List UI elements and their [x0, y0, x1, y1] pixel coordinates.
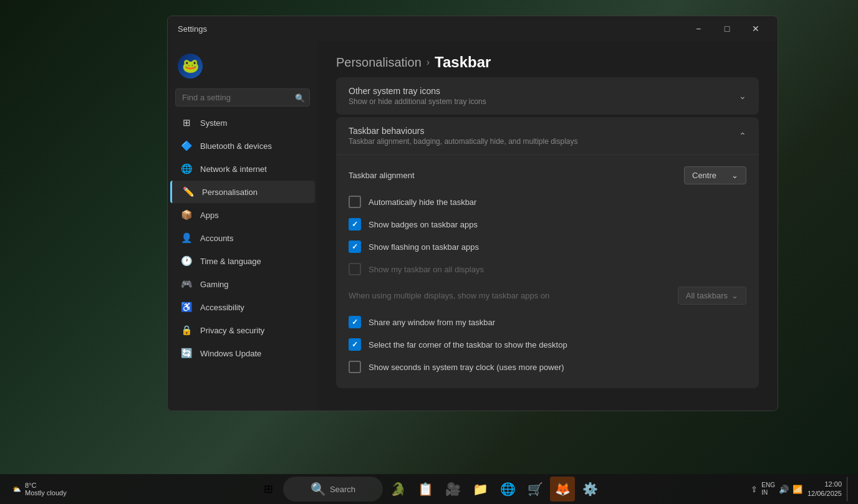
sidebar-item-accessibility[interactable]: ♿ Accessibility — [170, 296, 315, 318]
far-corner-checkbox[interactable] — [349, 338, 361, 351]
show-seconds-row: Show seconds in system tray clock (uses … — [349, 356, 746, 378]
nav-label-apps: Apps — [200, 211, 219, 220]
lang-label: ENGIN — [761, 482, 775, 497]
sidebar-item-privacy[interactable]: 🔒 Privacy & security — [170, 319, 315, 341]
show-badges-label: Show badges on taskbar apps — [369, 220, 478, 229]
nav-icon-privacy: 🔒 — [180, 324, 193, 336]
title-bar: Settings − □ ✕ — [168, 16, 778, 41]
settings-window: Settings − □ ✕ 🐸 🔍 ⊞ System — [167, 16, 778, 411]
multiple-display-label: When using multiple displays, show my ta… — [349, 291, 549, 300]
taskbar-alignment-dropdown[interactable]: Centre ⌄ — [684, 166, 746, 184]
weather-condition: Mostly cloudy — [25, 489, 67, 497]
nav-label-gaming: Gaming — [200, 280, 229, 289]
start-button[interactable]: ⊞ — [256, 477, 281, 502]
breadcrumb-parent[interactable]: Personalisation — [336, 55, 422, 70]
nav-icon-winupdate: 🔄 — [180, 347, 193, 359]
taskbar-icon-2[interactable]: 📋 — [413, 477, 438, 502]
show-all-displays-checkbox[interactable] — [349, 263, 361, 275]
sidebar: 🐸 🔍 ⊞ System 🔷 Bluetooth & devices 🌐 Net… — [168, 41, 317, 411]
show-badges-row: Show badges on taskbar apps — [349, 213, 746, 235]
search-label: Search — [330, 485, 355, 494]
nav-icon-system: ⊞ — [180, 116, 193, 129]
show-desktop-button[interactable] — [847, 477, 851, 502]
search-icon: 🔍 — [311, 482, 326, 497]
sidebar-avatar: 🐸 — [168, 49, 317, 88]
breadcrumb-current: Taskbar — [435, 54, 491, 71]
taskbar-behaviours-subtitle: Taskbar alignment, badging, automaticall… — [349, 137, 578, 146]
taskbar-center: ⊞ 🔍 Search 🐊 📋 🎥 📁 🌐 🛒 🦊 ⚙️ — [256, 477, 602, 502]
taskbar-left: ⛅ 8°C Mostly cloudy — [7, 479, 72, 499]
window-controls: − □ ✕ — [684, 19, 770, 39]
minimize-button[interactable]: − — [684, 19, 713, 39]
far-corner-row: Select the far corner of the taskbar to … — [349, 333, 746, 356]
nav-label-network: Network & internet — [200, 164, 267, 174]
show-flashing-label: Show flashing on taskbar apps — [369, 242, 479, 252]
nav-icon-bluetooth: 🔷 — [180, 140, 193, 152]
taskbar-icon-6[interactable]: 🛒 — [523, 477, 547, 502]
auto-hide-row: Automatically hide the taskbar — [349, 191, 746, 213]
time-display: 12:00 — [807, 480, 842, 489]
close-button[interactable]: ✕ — [741, 19, 770, 39]
main-content: Personalisation › Taskbar Other system t… — [317, 41, 778, 411]
show-all-displays-label: Show my taskbar on all displays — [369, 265, 484, 274]
dropdown-chevron-icon: ⌄ — [731, 171, 738, 180]
sidebar-item-bluetooth[interactable]: 🔷 Bluetooth & devices — [170, 135, 315, 157]
weather-icon: ⛅ — [12, 485, 21, 493]
other-tray-section: Other system tray icons Show or hide add… — [336, 77, 759, 115]
show-flashing-row: Show flashing on taskbar apps — [349, 235, 746, 258]
sidebar-item-time[interactable]: 🕐 Time & language — [170, 250, 315, 272]
other-tray-subtitle: Show or hide additional system tray icon… — [349, 97, 486, 106]
system-icons: ⇧ ENGIN 🔊 📶 — [751, 482, 803, 497]
nav-label-time: Time & language — [200, 257, 261, 266]
nav-label-accounts: Accounts — [200, 234, 233, 243]
share-window-checkbox[interactable] — [349, 316, 361, 328]
nav-icon-gaming: 🎮 — [180, 278, 193, 290]
taskbar-behaviours-header[interactable]: Taskbar behaviours Taskbar alignment, ba… — [336, 117, 759, 155]
other-tray-title: Other system tray icons — [349, 86, 486, 96]
taskbar-icon-4[interactable]: 📁 — [468, 477, 493, 502]
taskbar-icon-8[interactable]: ⚙️ — [577, 477, 602, 502]
nav-label-personalisation: Personalisation — [202, 188, 258, 197]
volume-icon[interactable]: 🔊 — [779, 485, 789, 494]
taskbar-search[interactable]: 🔍 Search — [283, 477, 383, 502]
show-seconds-label: Show seconds in system tray clock (uses … — [369, 363, 564, 372]
auto-hide-checkbox[interactable] — [349, 196, 361, 208]
show-seconds-checkbox[interactable] — [349, 361, 361, 373]
date-display: 12/06/2025 — [807, 489, 842, 498]
taskbar-icon-5[interactable]: 🌐 — [495, 477, 520, 502]
avatar: 🐸 — [178, 54, 203, 78]
taskbar-behaviours-title: Taskbar behaviours — [349, 126, 578, 136]
other-tray-header[interactable]: Other system tray icons Show or hide add… — [336, 77, 759, 115]
weather-widget[interactable]: ⛅ 8°C Mostly cloudy — [7, 479, 72, 499]
chevron-up-icon[interactable]: ⇧ — [751, 485, 758, 494]
show-flashing-checkbox[interactable] — [349, 240, 361, 253]
system-time[interactable]: 12:00 12/06/2025 — [807, 480, 842, 499]
taskbar-icon-7[interactable]: 🦊 — [550, 477, 575, 502]
weather-temp: 8°C — [25, 482, 67, 489]
sidebar-item-network[interactable]: 🌐 Network & internet — [170, 158, 315, 180]
nav-icon-network: 🌐 — [180, 163, 193, 175]
sidebar-item-accounts[interactable]: 👤 Accounts — [170, 227, 315, 249]
show-badges-checkbox[interactable] — [349, 218, 361, 231]
sidebar-item-gaming[interactable]: 🎮 Gaming — [170, 273, 315, 295]
maximize-button[interactable]: □ — [713, 19, 741, 39]
sidebar-item-apps[interactable]: 📦 Apps — [170, 204, 315, 226]
taskbar-icon-3[interactable]: 🎥 — [440, 477, 465, 502]
taskbar-right: ⇧ ENGIN 🔊 📶 12:00 12/06/2025 — [751, 477, 851, 502]
sidebar-item-winupdate[interactable]: 🔄 Windows Update — [170, 342, 315, 364]
multiple-display-dropdown[interactable]: All taskbars ⌄ — [678, 287, 746, 305]
multiple-display-value: All taskbars — [686, 291, 728, 300]
nav-icon-apps: 📦 — [180, 209, 193, 221]
taskbar-alignment-row: Taskbar alignment Centre ⌄ — [349, 160, 746, 191]
breadcrumb-separator: › — [427, 57, 430, 68]
nav-icon-accessibility: ♿ — [180, 301, 193, 313]
sidebar-item-personalisation[interactable]: ✏️ Personalisation — [170, 181, 315, 203]
sidebar-item-system[interactable]: ⊞ System — [170, 112, 315, 134]
network-icon[interactable]: 📶 — [793, 485, 803, 494]
search-icon: 🔍 — [295, 93, 305, 102]
nav-label-bluetooth: Bluetooth & devices — [200, 141, 272, 151]
share-window-row: Share any window from my taskbar — [349, 311, 746, 333]
search-input[interactable] — [175, 88, 310, 107]
breadcrumb: Personalisation › Taskbar — [317, 41, 778, 77]
taskbar-icon-1[interactable]: 🐊 — [385, 477, 410, 502]
